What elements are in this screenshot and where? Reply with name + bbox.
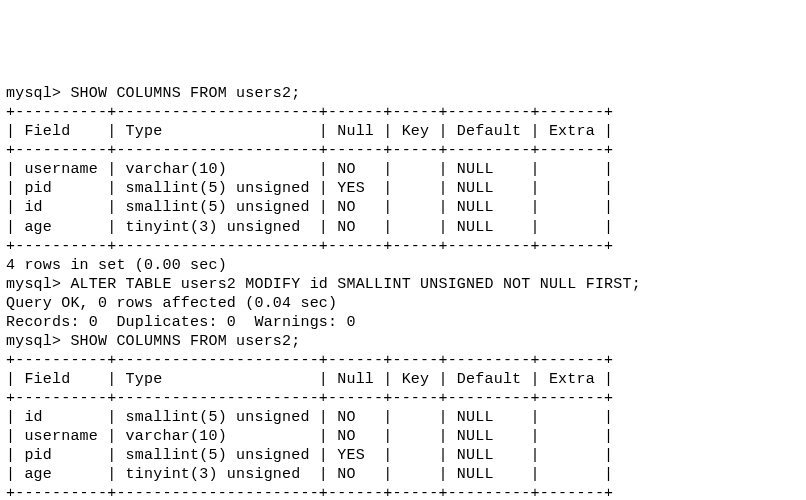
table2-line-6: | age | tinyint(3) unsigned | NO | | NUL… xyxy=(6,465,800,484)
table1-footer: 4 rows in set (0.00 sec) xyxy=(6,256,800,275)
table2-line-2: +----------+----------------------+-----… xyxy=(6,389,800,408)
table1-line-4: | pid | smallint(5) unsigned | YES | | N… xyxy=(6,179,800,198)
table2-line-5: | pid | smallint(5) unsigned | YES | | N… xyxy=(6,446,800,465)
table1-line-6: | age | tinyint(3) unsigned | NO | | NUL… xyxy=(6,218,800,237)
table1-line-1: | Field | Type | Null | Key | Default | … xyxy=(6,122,800,141)
table1-line-3: | username | varchar(10) | NO | | NULL |… xyxy=(6,160,800,179)
table1-line-2: +----------+----------------------+-----… xyxy=(6,141,800,160)
alter-response-line1: Query OK, 0 rows affected (0.04 sec) xyxy=(6,294,800,313)
table1-line-5: | id | smallint(5) unsigned | NO | | NUL… xyxy=(6,198,800,217)
mysql-command-show-columns-2[interactable]: mysql> SHOW COLUMNS FROM users2; xyxy=(6,332,800,351)
table2-line-0: +----------+----------------------+-----… xyxy=(6,351,800,370)
table1-line-7: +----------+----------------------+-----… xyxy=(6,237,800,256)
table2-line-7: +----------+----------------------+-----… xyxy=(6,484,800,500)
table2-line-3: | id | smallint(5) unsigned | NO | | NUL… xyxy=(6,408,800,427)
table2-line-4: | username | varchar(10) | NO | | NULL |… xyxy=(6,427,800,446)
mysql-command-alter-table[interactable]: mysql> ALTER TABLE users2 MODIFY id SMAL… xyxy=(6,275,800,294)
mysql-command-show-columns-1[interactable]: mysql> SHOW COLUMNS FROM users2; xyxy=(6,84,800,103)
table2-line-1: | Field | Type | Null | Key | Default | … xyxy=(6,370,800,389)
alter-response-line2: Records: 0 Duplicates: 0 Warnings: 0 xyxy=(6,313,800,332)
mysql-terminal: mysql> SHOW COLUMNS FROM users2;+-------… xyxy=(6,84,800,500)
table1-line-0: +----------+----------------------+-----… xyxy=(6,103,800,122)
